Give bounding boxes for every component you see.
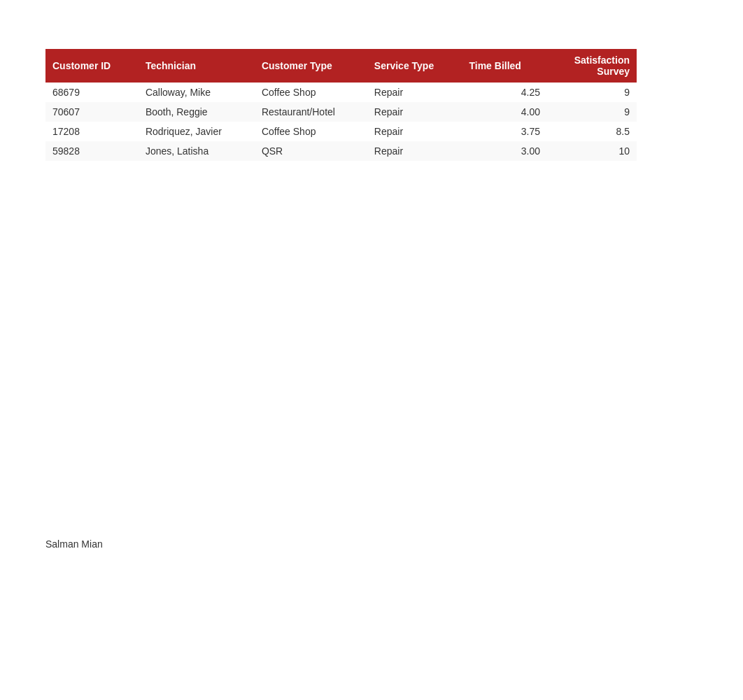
cell-time-billed: 3.00: [462, 141, 547, 161]
cell-satisfaction-survey: 9: [547, 83, 637, 102]
table-header-row: Customer ID Technician Customer Type Ser…: [45, 49, 637, 83]
cell-customer-type: Coffee Shop: [255, 122, 367, 141]
col-header-customer-id: Customer ID: [45, 49, 139, 83]
col-header-satisfaction-survey: SatisfactionSurvey: [547, 49, 637, 83]
table-row: 17208Rodriquez, JavierCoffee ShopRepair3…: [45, 122, 637, 141]
table-row: 68679Calloway, MikeCoffee ShopRepair4.25…: [45, 83, 637, 102]
col-header-technician: Technician: [139, 49, 255, 83]
cell-technician: Rodriquez, Javier: [139, 122, 255, 141]
cell-satisfaction-survey: 9: [547, 102, 637, 122]
cell-satisfaction-survey: 10: [547, 141, 637, 161]
cell-time-billed: 4.00: [462, 102, 547, 122]
data-table: Customer ID Technician Customer Type Ser…: [45, 49, 637, 161]
cell-technician: Booth, Reggie: [139, 102, 255, 122]
cell-customer-id: 17208: [45, 122, 139, 141]
cell-customer-type: Coffee Shop: [255, 83, 367, 102]
col-header-customer-type: Customer Type: [255, 49, 367, 83]
cell-technician: Calloway, Mike: [139, 83, 255, 102]
cell-time-billed: 4.25: [462, 83, 547, 102]
col-header-service-type: Service Type: [367, 49, 462, 83]
cell-service-type: Repair: [367, 141, 462, 161]
cell-service-type: Repair: [367, 122, 462, 141]
author-name: Salman Mian: [45, 538, 103, 550]
cell-customer-id: 59828: [45, 141, 139, 161]
cell-technician: Jones, Latisha: [139, 141, 255, 161]
col-header-time-billed: Time Billed: [462, 49, 547, 83]
cell-customer-id: 70607: [45, 102, 139, 122]
cell-customer-type: Restaurant/Hotel: [255, 102, 367, 122]
cell-time-billed: 3.75: [462, 122, 547, 141]
cell-satisfaction-survey: 8.5: [547, 122, 637, 141]
cell-service-type: Repair: [367, 102, 462, 122]
cell-customer-id: 68679: [45, 83, 139, 102]
table-row: 70607Booth, ReggieRestaurant/HotelRepair…: [45, 102, 637, 122]
table-row: 59828Jones, LatishaQSRRepair3.0010: [45, 141, 637, 161]
cell-service-type: Repair: [367, 83, 462, 102]
cell-customer-type: QSR: [255, 141, 367, 161]
